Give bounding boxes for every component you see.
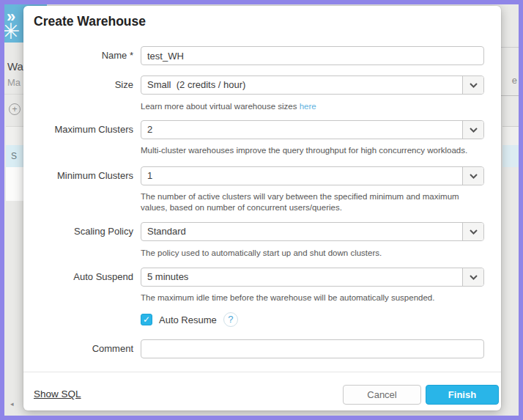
auto-suspend-label: Auto Suspend	[23, 268, 133, 287]
max-clusters-select[interactable]: 2	[141, 120, 484, 139]
size-select[interactable]: Small (2 credits / hour)	[141, 75, 484, 95]
background-table-header	[6, 126, 24, 145]
max-clusters-helper: Multi-cluster warehouses improve the que…	[141, 145, 507, 156]
max-clusters-select-value: 2	[141, 121, 462, 139]
auto-suspend-select[interactable]: 5 minutes	[141, 268, 484, 287]
background-divider	[4, 94, 24, 95]
auto-suspend-helper: The maximum idle time before the warehou…	[141, 292, 507, 303]
background-right-table-header	[502, 126, 519, 145]
finish-button[interactable]: Finish	[426, 385, 499, 405]
size-select-value: Small (2 credits / hour)	[141, 76, 462, 94]
comment-input[interactable]	[141, 339, 484, 358]
background-page-subheading: Ma	[7, 77, 21, 88]
footer-divider	[23, 372, 501, 372]
chevron-down-icon	[462, 223, 483, 240]
app-window: » ✳ Wa Ma + S ◂ e Create Warehouse Name …	[0, 0, 523, 420]
min-clusters-helper-line1: The number of active clusters will vary …	[141, 191, 507, 202]
size-helper: Learn more about virtual warehouse sizes…	[141, 101, 507, 112]
scaling-policy-select[interactable]: Standard	[141, 222, 484, 241]
min-clusters-select[interactable]: 1	[141, 166, 484, 185]
chevron-down-icon	[462, 167, 483, 185]
auto-resume-checkbox[interactable]: ✓	[141, 314, 152, 325]
background-table-row	[6, 167, 24, 201]
scaling-policy-select-value: Standard	[141, 223, 462, 240]
background-right-text: e	[512, 75, 517, 86]
create-warehouse-dialog: Create Warehouse Name * Size Small (2 cr…	[23, 6, 501, 410]
name-input[interactable]	[141, 46, 484, 65]
scaling-policy-helper: The policy used to automatically start u…	[141, 248, 507, 259]
auto-resume-row: ✓ Auto Resume ?	[141, 312, 238, 327]
min-clusters-select-value: 1	[141, 167, 462, 185]
size-helper-text: Learn more about virtual warehouse sizes	[141, 102, 300, 111]
dialog-title: Create Warehouse	[34, 14, 146, 29]
auto-resume-label: Auto Resume	[159, 314, 217, 325]
background-right-divider	[501, 47, 519, 48]
chevron-down-icon	[462, 76, 483, 94]
scaling-policy-label: Scaling Policy	[23, 222, 133, 241]
min-clusters-label: Minimum Clusters	[23, 166, 133, 185]
auto-suspend-select-value: 5 minutes	[141, 268, 462, 286]
name-label: Name *	[23, 46, 133, 65]
snowflake-flake-icon: ✳	[4, 21, 20, 43]
comment-label: Comment	[23, 339, 133, 358]
min-clusters-helper-line2: values, based on number of concurrent us…	[141, 202, 507, 213]
scrollbar-left-arrow-icon: ◂	[10, 400, 14, 408]
background-selected-row: S	[6, 145, 24, 167]
size-label: Size	[23, 75, 133, 95]
create-plus-icon: +	[9, 103, 21, 115]
background-page-heading: Wa	[7, 60, 23, 73]
max-clusters-label: Maximum Clusters	[23, 120, 133, 139]
min-clusters-helper: The number of active clusters will vary …	[141, 191, 507, 213]
background-right-divider	[501, 95, 519, 96]
cancel-button[interactable]: Cancel	[343, 385, 421, 405]
help-question-icon[interactable]: ?	[223, 312, 238, 327]
show-sql-link[interactable]: Show SQL	[34, 388, 81, 399]
chevron-down-icon	[462, 121, 483, 139]
size-helper-link[interactable]: here	[300, 102, 316, 111]
chevron-down-icon	[462, 268, 483, 286]
